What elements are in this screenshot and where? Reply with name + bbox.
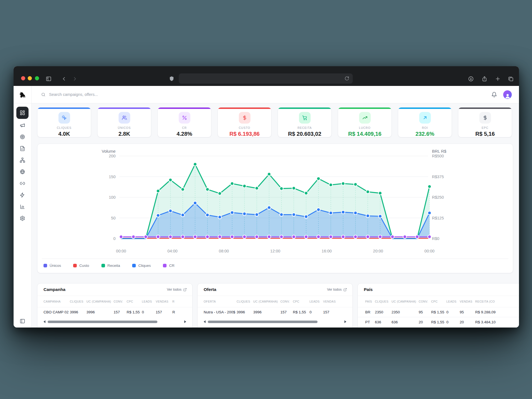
column-header: CLIQUES bbox=[237, 300, 253, 303]
topbar bbox=[32, 86, 519, 103]
svg-text:00:00: 00:00 bbox=[424, 249, 434, 253]
legend-swatch bbox=[132, 264, 136, 267]
users-icon bbox=[119, 112, 130, 124]
table-cell: 3996 bbox=[86, 310, 114, 314]
sidebar-collapse-button[interactable] bbox=[14, 318, 31, 324]
table-cell: 636 bbox=[375, 320, 392, 324]
sidebar-item-settings[interactable] bbox=[14, 213, 31, 224]
sidebar-item-zap[interactable] bbox=[14, 189, 31, 201]
share-icon[interactable] bbox=[482, 76, 487, 82]
scroll-left-icon[interactable] bbox=[204, 320, 206, 323]
svg-text:50: 50 bbox=[111, 216, 116, 220]
table-title: País bbox=[364, 287, 373, 292]
table-cell: 157 bbox=[323, 310, 352, 314]
table-cell: 0 bbox=[310, 310, 323, 314]
scroll-right-icon[interactable] bbox=[184, 320, 186, 323]
forward-icon[interactable] bbox=[72, 76, 78, 82]
column-header: VENDAS bbox=[156, 300, 172, 303]
column-header: CLIQUES bbox=[375, 300, 392, 303]
horizontal-scrollbar[interactable] bbox=[44, 320, 186, 323]
table-row[interactable]: CBO CAMP 0239963996157R$ 1,550157R bbox=[37, 307, 192, 317]
kpi-card-cliques[interactable]: CLIQUES4.0K bbox=[37, 107, 91, 137]
table-cell: 3996 bbox=[253, 310, 280, 314]
table-cell: 157 bbox=[156, 310, 172, 314]
kpi-label: ÚNICOS bbox=[98, 126, 151, 129]
svg-text:R$375: R$375 bbox=[432, 175, 444, 179]
kpi-label: LUCRO bbox=[338, 126, 392, 129]
kpi-card-lucro[interactable]: LUCROR$ 14.409,16 bbox=[338, 107, 392, 137]
scrollbar-track[interactable] bbox=[47, 321, 183, 323]
plus-icon[interactable] bbox=[495, 76, 501, 82]
table-row[interactable]: BR2350235095R$ 1,55095R$ 9.288,09 bbox=[358, 307, 519, 317]
reload-icon[interactable] bbox=[344, 76, 349, 81]
zoom-window-button[interactable] bbox=[35, 76, 39, 80]
view-all-link[interactable]: Ver todos bbox=[167, 288, 187, 291]
browser-window: CLIQUES4.0KÚNICOS2.8KCR4.28%CUSTOR$ 6.19… bbox=[14, 66, 519, 328]
sidebar-toggle-icon[interactable] bbox=[46, 76, 52, 82]
sidebar-item-network[interactable] bbox=[14, 154, 31, 166]
kpi-card-receita[interactable]: RECEITAR$ 20.603,02 bbox=[278, 107, 332, 137]
legend-item-únicos[interactable]: Únicos bbox=[44, 264, 61, 268]
sidebar-item-file-code[interactable] bbox=[14, 143, 31, 154]
minimize-window-button[interactable] bbox=[28, 76, 32, 80]
kpi-value: 4.28% bbox=[158, 131, 211, 137]
chart-card: 200R$500150R$375100R$25050R$1250R$0Volum… bbox=[37, 144, 513, 273]
table-title: Campanha bbox=[44, 287, 65, 292]
url-bar[interactable] bbox=[179, 73, 353, 84]
scrollbar-track[interactable] bbox=[207, 321, 343, 323]
table-cell: 2350 bbox=[392, 310, 419, 314]
kpi-card-epc[interactable]: EPCR$ 5,16 bbox=[458, 107, 512, 137]
network-icon bbox=[20, 157, 25, 163]
bar-chart-icon bbox=[20, 204, 25, 209]
dog-logo[interactable] bbox=[14, 86, 31, 103]
bell-icon[interactable] bbox=[491, 92, 497, 98]
column-header: UC (CAMPANHA) bbox=[86, 300, 114, 303]
table-card-header: CampanhaVer todos bbox=[37, 283, 192, 296]
back-icon[interactable] bbox=[61, 76, 67, 82]
table-card-oferta: OfertaVer todosOFERTACLIQUESUC (CAMPANHA… bbox=[197, 283, 353, 328]
kpi-accent-bar bbox=[338, 108, 392, 109]
table-cell: 157 bbox=[280, 310, 293, 314]
traffic-chart[interactable]: 200R$500150R$375100R$25050R$1250R$0Volum… bbox=[37, 149, 513, 260]
kpi-card-cr[interactable]: CR4.28% bbox=[157, 107, 211, 137]
legend-item-cr[interactable]: CR bbox=[163, 264, 175, 268]
table-card-campanha: CampanhaVer todosCAMPANHACLIQUESUC (CAMP… bbox=[37, 283, 193, 328]
table-row[interactable]: PT63663620R$ 1,55020R$ 3.484,10 bbox=[358, 317, 519, 327]
dollar-icon bbox=[239, 112, 250, 124]
table-row[interactable]: Nutra - USA - 200$39963996157R$ 1,550157 bbox=[198, 307, 352, 317]
svg-text:0: 0 bbox=[113, 236, 116, 241]
legend-item-receita[interactable]: Receita bbox=[101, 264, 120, 268]
table-cell: R$ 1,55 bbox=[293, 310, 310, 314]
legend-item-custo[interactable]: Custo bbox=[73, 264, 89, 268]
download-icon[interactable] bbox=[468, 76, 474, 82]
column-header: R bbox=[172, 300, 192, 303]
sidebar-item-bar-chart[interactable] bbox=[14, 201, 31, 213]
tabs-icon[interactable] bbox=[508, 76, 514, 82]
table-cell: R$ 1,55 bbox=[431, 310, 446, 314]
avatar[interactable] bbox=[503, 90, 512, 99]
scrollbar-thumb[interactable] bbox=[48, 321, 157, 323]
kpi-card-roi[interactable]: ROI232.6% bbox=[398, 107, 452, 137]
table-cell: CBO CAMP 02 bbox=[44, 310, 70, 314]
svg-text:Volume: Volume bbox=[102, 149, 116, 154]
scrollbar-thumb[interactable] bbox=[208, 321, 318, 323]
search-input[interactable] bbox=[48, 92, 166, 97]
view-all-link[interactable]: Ver todos bbox=[327, 288, 347, 291]
column-header: CONV. bbox=[114, 300, 127, 303]
scroll-left-icon[interactable] bbox=[44, 320, 45, 323]
scroll-right-icon[interactable] bbox=[344, 320, 346, 323]
legend-label: Custo bbox=[79, 264, 89, 268]
dashboard-icon bbox=[16, 107, 29, 119]
kpi-card-custo[interactable]: CUSTOR$ 6.193,86 bbox=[218, 107, 272, 137]
percent-icon bbox=[179, 112, 190, 124]
sidebar-item-megaphone[interactable] bbox=[14, 119, 31, 131]
legend-item-cliques[interactable]: Cliques bbox=[132, 264, 151, 268]
sidebar-item-globe[interactable] bbox=[14, 166, 31, 178]
horizontal-scrollbar[interactable] bbox=[204, 320, 346, 323]
sidebar-item-target[interactable] bbox=[14, 131, 31, 143]
kpi-card-únicos[interactable]: ÚNICOS2.8K bbox=[97, 107, 151, 137]
sidebar-item-link[interactable] bbox=[14, 178, 31, 189]
close-window-button[interactable] bbox=[21, 76, 25, 80]
sidebar-item-dashboard[interactable] bbox=[14, 106, 31, 119]
svg-text:00:00: 00:00 bbox=[116, 249, 126, 253]
